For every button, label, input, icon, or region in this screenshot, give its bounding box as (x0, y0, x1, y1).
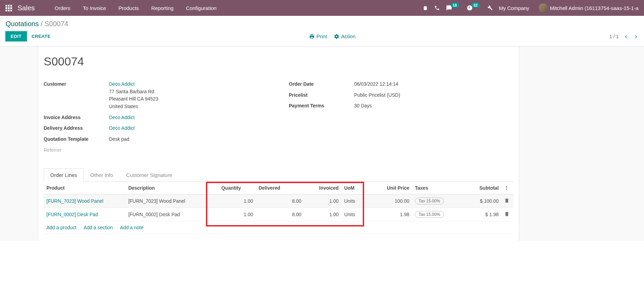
menu-products[interactable]: Products (112, 5, 145, 11)
th-delivered[interactable]: Delivered (256, 182, 304, 194)
label-payment-terms: Payment Terms (289, 102, 354, 110)
th-uom[interactable]: UoM (341, 182, 368, 194)
chat-icon[interactable]: 18 (446, 5, 460, 11)
messages-badge: 18 (451, 3, 459, 8)
delete-row-icon[interactable] (501, 194, 513, 208)
th-product[interactable]: Product (44, 182, 125, 194)
pager-next-icon[interactable]: › (633, 32, 638, 40)
tool-icon[interactable] (487, 5, 493, 11)
print-icon (309, 34, 315, 39)
cell-unit-price: 1.98 (368, 208, 412, 221)
menu-to-invoice[interactable]: To Invoice (77, 5, 112, 11)
th-subtotal[interactable]: Subtotal (457, 182, 501, 194)
cell-invoiced: 1.00 (304, 194, 341, 208)
quotation-template-value: Desk pad (109, 136, 268, 143)
cell-delivered: 8.00 (256, 194, 304, 208)
delete-row-icon[interactable] (501, 208, 513, 221)
payment-terms-value: 30 Days (354, 102, 513, 110)
customer-addr1: 77 Santa Barbara Rd (109, 88, 268, 96)
customer-addr3: United States (109, 103, 268, 110)
phone-icon[interactable] (434, 5, 440, 11)
column-options-icon[interactable]: ⋮ (501, 182, 513, 194)
cell-tax: Tax 15.00% (412, 208, 457, 221)
apps-icon[interactable] (6, 5, 12, 11)
user-name: Mitchell Admin (16113754-saas-15-1-a (550, 5, 638, 11)
add-note-link[interactable]: Add a note (120, 225, 143, 230)
add-section-link[interactable]: Add a section (84, 225, 113, 230)
app-brand[interactable]: Sales (18, 4, 35, 12)
label-order-date: Order Date (289, 81, 354, 88)
cell-delivered: 8.00 (256, 208, 304, 221)
breadcrumb-parent[interactable]: Quotations (6, 20, 39, 28)
add-product-link[interactable]: Add a product (46, 225, 76, 230)
pager-prev-icon[interactable]: ‹ (624, 32, 629, 40)
th-taxes[interactable]: Taxes (412, 182, 457, 194)
menu-configuration[interactable]: Configuration (180, 5, 223, 11)
cell-uom: Units (341, 194, 368, 208)
cell-invoiced: 1.00 (304, 208, 341, 221)
label-delivery-address: Delivery Address (44, 125, 109, 132)
th-description[interactable]: Description (125, 182, 219, 194)
menu-orders[interactable]: Orders (48, 5, 77, 11)
table-row[interactable]: [FURN_0002] Desk Pad[FURN_0002] Desk Pad… (44, 208, 513, 221)
avatar (539, 3, 548, 12)
systray: 18 32 My Company Mitchell Admin (1611375… (423, 3, 639, 12)
label-pricelist: Pricelist (289, 92, 354, 99)
cell-quantity: 1.00 (219, 194, 256, 208)
pricelist-value: Public Pricelist (USD) (354, 92, 513, 99)
customer-link[interactable]: Deco Addict (109, 81, 268, 88)
tab-customer-signature[interactable]: Customer Signature (120, 168, 178, 182)
cell-tax: Tax 15.00% (412, 194, 457, 208)
cell-subtotal: $ 1.98 (457, 208, 501, 221)
label-quotation-template: Quotation Template (44, 136, 109, 143)
cell-quantity: 1.00 (219, 208, 256, 221)
menu-reporting[interactable]: Reporting (145, 5, 180, 11)
company-switcher[interactable]: My Company (499, 5, 529, 11)
gear-icon (334, 34, 339, 39)
order-date-value: 06/03/2022 12:14:14 (354, 81, 513, 88)
page-title: S00074 (44, 55, 513, 68)
breadcrumb: Quotations / S00074 (6, 20, 68, 28)
print-button[interactable]: Print (309, 33, 327, 39)
th-unit-price[interactable]: Unit Price (368, 182, 412, 194)
invoice-address-link[interactable]: Deco Addict (109, 115, 135, 120)
tab-other-info[interactable]: Other Info (84, 168, 120, 182)
cell-subtotal: $ 100.00 (457, 194, 501, 208)
pager-text: 1 / 1 (609, 34, 619, 39)
table-row[interactable]: [FURN_7023] Wood Panel[FURN_7023] Wood P… (44, 194, 513, 208)
cell-uom: Units (341, 208, 368, 221)
clock-icon[interactable]: 32 (467, 5, 481, 11)
cell-product[interactable]: [FURN_0002] Desk Pad (44, 208, 125, 221)
cell-description: [FURN_0002] Desk Pad (125, 208, 219, 221)
cell-unit-price: 100.00 (368, 194, 412, 208)
top-navbar: Sales Orders To Invoice Products Reporti… (0, 0, 644, 16)
label-customer: Customer (44, 81, 109, 110)
action-button[interactable]: Action (334, 33, 356, 39)
label-referrer: Referrer (44, 147, 109, 154)
edit-button[interactable]: EDIT (6, 31, 27, 41)
customer-addr2: Pleasant Hill CA 94523 (109, 95, 268, 103)
cell-product[interactable]: [FURN_7023] Wood Panel (44, 194, 125, 208)
cell-description: [FURN_7023] Wood Panel (125, 194, 219, 208)
delivery-address-link[interactable]: Deco Addict (109, 125, 135, 131)
breadcrumb-current: S00074 (44, 20, 68, 28)
user-menu[interactable]: Mitchell Admin (16113754-saas-15-1-a (539, 3, 638, 12)
label-invoice-address: Invoice Address (44, 114, 109, 122)
tab-order-lines[interactable]: Order Lines (44, 168, 84, 182)
activities-badge: 32 (471, 3, 480, 8)
th-invoiced[interactable]: Invoiced (304, 182, 341, 194)
create-button[interactable]: CREATE (27, 32, 55, 41)
bug-icon[interactable] (423, 5, 428, 11)
th-quantity[interactable]: Quantity (219, 182, 256, 194)
